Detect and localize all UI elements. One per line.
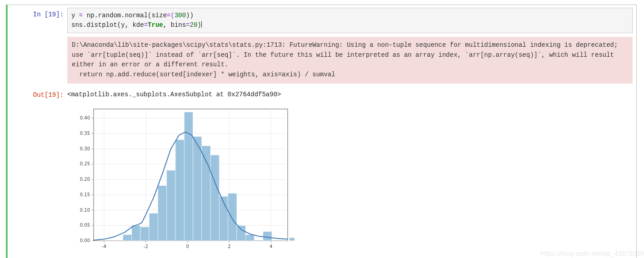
svg-text:0.05: 0.05 (80, 223, 90, 228)
svg-rect-53 (210, 155, 219, 241)
code-token: , (163, 21, 171, 29)
svg-text:0.15: 0.15 (80, 192, 90, 197)
svg-rect-44 (132, 225, 140, 241)
code-token: size (151, 12, 167, 19)
code-token: bins (171, 21, 186, 29)
code-token: sns.distplot (71, 21, 117, 29)
output-prompt: Out[19]: (11, 88, 67, 100)
code-token: ) (197, 21, 201, 29)
svg-text:0.40: 0.40 (80, 115, 90, 120)
code-input[interactable]: y = np.random.normal(size=(300)) sns.dis… (67, 8, 633, 33)
code-token: np.random.normal (87, 12, 148, 19)
svg-text:0.00: 0.00 (80, 238, 90, 243)
svg-rect-43 (123, 234, 131, 240)
code-token: True (148, 21, 163, 29)
code-token: 300 (175, 12, 186, 19)
code-token: ( (117, 21, 121, 29)
svg-text:4: 4 (270, 244, 272, 249)
svg-rect-57 (245, 234, 254, 240)
svg-rect-52 (202, 146, 210, 241)
stderr-warning: D:\Anaconda\lib\site-packages\scipy\stat… (67, 37, 633, 84)
svg-rect-46 (149, 213, 158, 241)
svg-rect-47 (158, 185, 166, 240)
svg-text:0.30: 0.30 (80, 146, 90, 151)
code-token: )) (186, 12, 194, 19)
svg-text:0.25: 0.25 (80, 161, 90, 166)
svg-text:2: 2 (228, 244, 230, 249)
notebook-cell: In [19]: y = np.random.normal(size=(300)… (7, 5, 637, 258)
output-chart: 0.000.050.100.150.200.250.300.350.40-4-2… (67, 104, 295, 253)
svg-text:-2: -2 (144, 244, 148, 249)
svg-rect-48 (167, 170, 175, 241)
code-token: = (186, 21, 190, 29)
svg-rect-45 (140, 227, 149, 240)
code-token: = (144, 21, 148, 29)
code-token: 20 (190, 21, 198, 29)
code-token: y (121, 21, 125, 29)
svg-text:0.10: 0.10 (80, 207, 90, 212)
svg-rect-51 (193, 136, 202, 240)
svg-text:-4: -4 (102, 244, 106, 249)
input-prompt: In [19]: (11, 8, 67, 20)
code-token: kde (132, 21, 144, 29)
svg-rect-55 (228, 193, 237, 241)
code-token: =( (167, 12, 175, 19)
text-cursor (201, 21, 202, 28)
svg-rect-56 (237, 225, 245, 241)
svg-rect-50 (184, 112, 193, 240)
svg-text:0.20: 0.20 (80, 177, 90, 182)
distplot-svg: 0.000.050.100.150.200.250.300.350.40-4-2… (67, 104, 295, 253)
svg-text:0: 0 (186, 244, 189, 249)
svg-rect-58 (263, 232, 272, 241)
code-token: , (125, 21, 133, 29)
svg-text:0.35: 0.35 (80, 131, 90, 136)
svg-rect-59 (290, 238, 295, 241)
svg-rect-49 (175, 139, 184, 241)
output-result-text: <matplotlib.axes._subplots.AxesSubplot a… (67, 88, 633, 98)
code-token: = (75, 12, 86, 19)
